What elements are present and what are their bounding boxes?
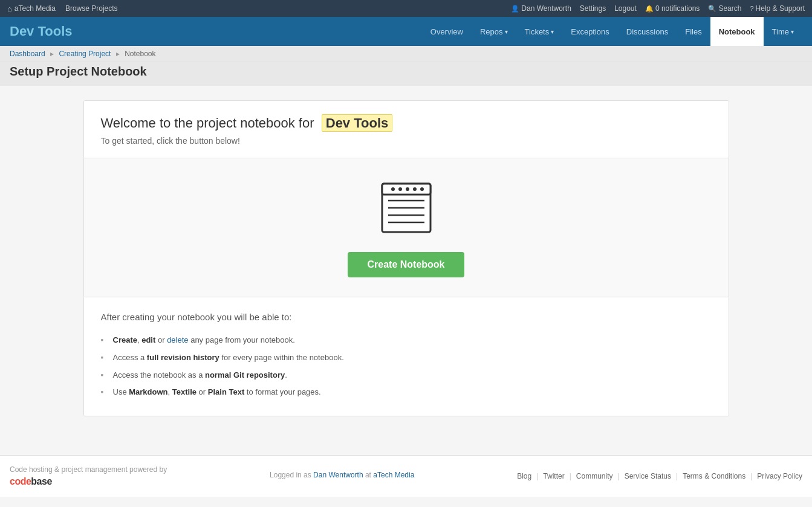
tab-exceptions[interactable]: Exceptions xyxy=(562,17,618,46)
footer-left: Code hosting & project management powere… xyxy=(10,465,167,487)
logout-link[interactable]: Logout xyxy=(614,4,637,13)
feature-textile: Textile xyxy=(172,387,197,396)
codebase-logo: codebase xyxy=(10,476,167,487)
feature-revision: full revision history xyxy=(147,353,219,362)
footer: Code hosting & project management powere… xyxy=(0,455,812,497)
notebook-header: Welcome to the project notebook for Dev … xyxy=(84,101,729,158)
settings-link[interactable]: Settings xyxy=(580,4,606,13)
logo-code: code xyxy=(10,476,31,486)
top-nav-right: Dan Wentworth Settings Logout 0 notifica… xyxy=(511,4,805,13)
help-support-link[interactable]: Help & Support xyxy=(750,4,805,13)
user-menu[interactable]: Dan Wentworth xyxy=(511,4,571,13)
project-navigation: Dev Tools Overview Repos ▾ Tickets ▾ Exc… xyxy=(0,17,812,46)
top-navigation: aTech Media Browse Projects Dan Wentwort… xyxy=(0,0,812,17)
feature-edit: edit xyxy=(141,335,155,344)
notebook-body: Create Notebook xyxy=(84,158,729,297)
list-item: Create, edit or delete any page from you… xyxy=(101,332,712,349)
svg-point-6 xyxy=(420,187,424,191)
list-item: Access a full revision history for every… xyxy=(101,349,712,367)
feature-git: normal Git repository xyxy=(205,370,285,379)
footer-center: Logged in as Dan Wentworth at aTech Medi… xyxy=(270,471,414,482)
footer-terms-link[interactable]: Terms & Conditions xyxy=(683,472,745,480)
notebook-setup-card: Welcome to the project notebook for Dev … xyxy=(83,100,729,416)
project-title[interactable]: Dev Tools xyxy=(10,24,73,39)
footer-user-link[interactable]: Dan Wentworth xyxy=(313,471,363,479)
footer-blog-link[interactable]: Blog xyxy=(517,472,531,480)
footer-hosting-text: Code hosting & project management powere… xyxy=(10,465,167,474)
welcome-heading: Welcome to the project notebook for Dev … xyxy=(101,115,712,131)
list-item: Access the notebook as a normal Git repo… xyxy=(101,367,712,384)
create-notebook-button[interactable]: Create Notebook xyxy=(348,252,464,277)
tab-tickets[interactable]: Tickets ▾ xyxy=(516,17,563,46)
svg-point-4 xyxy=(406,187,409,191)
notebook-features: After creating your notebook you will be… xyxy=(84,297,729,416)
browse-projects-link[interactable]: Browse Projects xyxy=(65,4,118,13)
footer-org-link[interactable]: aTech Media xyxy=(373,471,414,479)
tab-notebook[interactable]: Notebook xyxy=(710,17,764,46)
features-heading: After creating your notebook you will be… xyxy=(101,312,712,322)
breadcrumb-creating-project[interactable]: Creating Project xyxy=(59,50,111,58)
svg-point-5 xyxy=(413,187,417,191)
repos-dropdown-arrow: ▾ xyxy=(505,28,508,35)
welcome-subtitle: To get started, click the button below! xyxy=(101,136,712,146)
footer-at: at xyxy=(365,471,373,479)
tickets-dropdown-arrow: ▾ xyxy=(551,28,554,35)
welcome-prefix: Welcome to the project notebook for xyxy=(101,115,314,131)
footer-twitter-link[interactable]: Twitter xyxy=(543,472,564,480)
home-link[interactable]: aTech Media xyxy=(7,4,56,13)
breadcrumb-sep-2: ▸ xyxy=(116,50,120,58)
tab-files[interactable]: Files xyxy=(677,17,710,46)
svg-point-2 xyxy=(391,187,395,191)
time-dropdown-arrow: ▾ xyxy=(791,28,794,35)
notebook-icon xyxy=(376,178,437,238)
search-link[interactable]: Search xyxy=(708,4,741,13)
project-tabs: Overview Repos ▾ Tickets ▾ Exceptions Di… xyxy=(422,17,802,46)
main-content: Welcome to the project notebook for Dev … xyxy=(74,86,739,431)
feature-markdown: Markdown xyxy=(129,387,167,396)
footer-service-status-link[interactable]: Service Status xyxy=(625,472,671,480)
list-item: Use Markdown, Textile or Plain Text to f… xyxy=(101,384,712,401)
tab-overview[interactable]: Overview xyxy=(422,17,472,46)
feature-delete-link[interactable]: delete xyxy=(167,335,188,344)
breadcrumb-current: Notebook xyxy=(125,50,155,58)
logo-base: base xyxy=(31,476,51,486)
footer-logged-in: Logged in as Dan Wentworth at aTech Medi… xyxy=(270,471,414,479)
feature-create: Create xyxy=(113,335,137,344)
footer-community-link[interactable]: Community xyxy=(576,472,613,480)
breadcrumb-dashboard[interactable]: Dashboard xyxy=(10,50,45,58)
page-title: Setup Project Notebook xyxy=(0,62,812,86)
svg-point-3 xyxy=(398,187,402,191)
notebook-icon-wrapper xyxy=(376,178,437,240)
feature-plaintext: Plain Text xyxy=(208,387,244,396)
footer-links: Blog | Twitter | Community | Service Sta… xyxy=(517,472,802,480)
project-name-highlight: Dev Tools xyxy=(322,114,393,132)
tab-time[interactable]: Time ▾ xyxy=(764,17,802,46)
notifications-link[interactable]: 0 notifications xyxy=(645,4,700,13)
footer-privacy-link[interactable]: Privacy Policy xyxy=(757,472,802,480)
tab-discussions[interactable]: Discussions xyxy=(618,17,677,46)
breadcrumb-sep-1: ▸ xyxy=(50,50,54,58)
feature-list: Create, edit or delete any page from you… xyxy=(101,332,712,401)
top-nav-left: aTech Media Browse Projects xyxy=(7,4,118,13)
breadcrumb: Dashboard ▸ Creating Project ▸ Notebook xyxy=(0,46,812,62)
tab-repos[interactable]: Repos ▾ xyxy=(472,17,516,46)
